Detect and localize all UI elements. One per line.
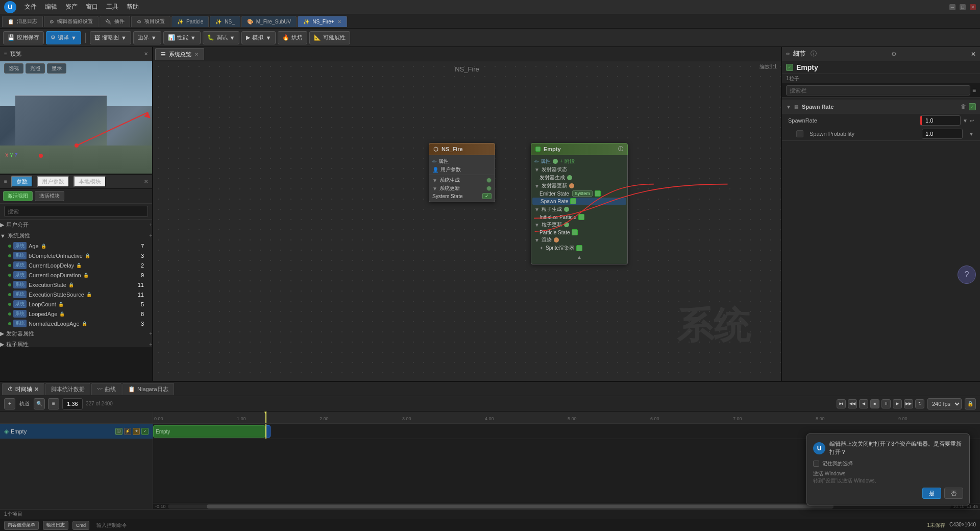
menu-edit[interactable]: 编辑 [45,3,57,11]
params-tab-user[interactable]: 用户参数 [37,176,69,187]
remember-choice-checkbox[interactable] [813,461,819,467]
lighting-button[interactable]: 光照 [26,63,45,74]
tab-m-fire-sub[interactable]: 🎨 M_Fire_SubUV [241,16,297,27]
render-header[interactable]: ▼ 渲染 [531,236,627,244]
params-search-input[interactable] [4,206,148,217]
particle-spawn-header[interactable]: ▼ 粒子生成 [531,205,627,213]
search-timeline-button[interactable]: 🔍 [34,398,45,409]
close-ns-fire-icon[interactable]: ✕ [337,19,341,25]
spawn-rate-section-header[interactable]: ▼ ▦ Spawn Rate 🗑 ✓ [782,100,980,114]
tab-project-settings[interactable]: ⚙ 项目设置 [131,16,170,27]
tab-niagara-log[interactable]: 📋 Niagara日志 [122,383,174,395]
minimize-button[interactable]: ─ [949,4,955,10]
particle-attrs-add-icon[interactable]: + [149,342,152,347]
particle-update-header[interactable]: ▼ 粒子更新 [531,221,627,229]
close-system-overview[interactable]: ✕ [194,52,199,57]
spawn-rate-reset-icon[interactable]: ↩ [970,118,974,124]
save-button[interactable]: 💾 应用保存 [3,31,44,44]
tab-timeline[interactable]: ⏱ 时间轴 ✕ [2,383,44,395]
spawn-probability-input[interactable]: 1.0 [922,129,963,139]
spawn-rate-enabled-checkbox[interactable]: ✓ [969,103,976,110]
track-flash-button[interactable]: ⚡ [124,428,131,435]
to-start-button[interactable]: ⏮ [837,399,846,408]
scalability-button[interactable]: 📐 可延展性 [309,31,350,44]
emitter-state-header[interactable]: ▼ 发射器状态 [531,165,627,174]
scrollbar-thumb[interactable] [207,504,834,509]
tab-curves[interactable]: 〰 曲线 [91,383,121,395]
system-attrs-section[interactable]: ▼ 系统属性 + [0,230,152,241]
spawn-rate-dropdown-icon[interactable]: ▼ [963,118,968,124]
sprite-renderer-row[interactable]: ✦ Sprite渲染器 [531,244,627,252]
add-phase-button[interactable]: + 附段 [560,158,575,165]
pause-button[interactable]: ⏸ [881,399,891,408]
close-timeline-icon[interactable]: ✕ [34,386,39,393]
emitter-spawn-port[interactable] [567,175,572,180]
ns-fire-system-state[interactable]: System State ✓ [429,192,495,200]
content-drawer-button[interactable]: 内容侧滑菜单 [4,521,39,530]
user-open-add-icon[interactable]: + [149,222,152,228]
ns-fire-sys-update[interactable]: ▼ 系统更新 [429,184,495,192]
system-attrs-add-icon[interactable]: + [149,233,152,238]
clip-green[interactable]: Empty [153,425,265,438]
ns-fire-attributes[interactable]: ✏ 属性 [429,157,495,165]
menu-help[interactable]: 帮助 [127,3,139,11]
prev-button[interactable]: ◀ [859,399,868,408]
activate-module-button[interactable]: 激活模块 [35,191,64,201]
debug-button[interactable]: 🐛 调试 ▼ [203,31,240,44]
prev-frame-button[interactable]: ◀◀ [848,399,857,408]
menu-asset[interactable]: 资产 [65,3,78,11]
right-panel-close-icon[interactable]: ✕ [971,51,976,58]
activate-view-button[interactable]: 激活视图 [3,191,33,201]
time-input[interactable] [62,398,83,409]
loop-button[interactable]: ↻ [915,399,924,408]
thumbnail-button[interactable]: 🖼 缩略图 ▼ [90,31,131,44]
track-row-empty[interactable]: ◈ Empty ⓘ ⚡ ★ ✓ [0,424,153,439]
spawn-rate-delete-icon[interactable]: 🗑 [961,103,967,110]
spawn-rate-input[interactable]: 1.0 [920,115,961,126]
tab-ns[interactable]: ✨ NS_ [210,16,240,27]
bake-button[interactable]: 🔥 烘焙 [278,31,307,44]
ns-fire-sys-spawn[interactable]: ▼ 系统生成 [429,176,495,184]
right-panel-settings-icon[interactable]: ⚙ [891,51,897,58]
ns-fire-user-params[interactable]: 👤 用户参数 [429,165,495,174]
output-log-button[interactable]: 输出日志 [43,521,68,530]
params-tab-params[interactable]: 参数 [11,176,33,187]
sys-spawn-port[interactable] [486,178,492,183]
spawn-prob-checkbox[interactable] [796,130,803,137]
help-button[interactable]: ? [958,266,976,284]
boundary-button[interactable]: 边界 ▼ [133,31,161,44]
tab-plugins[interactable]: 🔌 插件 [100,16,130,27]
empty-node-info-icon[interactable]: ⓘ [618,146,623,153]
empty-title-checkbox[interactable]: ✓ [786,64,793,71]
spawn-rate-row[interactable]: Spawn Rate [532,198,626,205]
display-button[interactable]: 显示 [47,63,66,74]
emitter-attrs-add-icon[interactable]: + [149,331,152,336]
particle-spawn-port[interactable] [564,207,569,212]
empty-node-expand[interactable]: ▲ [531,252,627,262]
maximize-button[interactable]: □ [960,4,966,10]
menu-tools[interactable]: 工具 [106,3,118,11]
tab-system-overview[interactable]: ☰ 系统总览 ✕ [155,48,204,60]
preview-close-button[interactable]: ✕ [144,51,148,57]
performance-button[interactable]: 📊 性能 ▼ [163,31,201,44]
particle-update-port[interactable] [564,222,569,227]
emitter-spawn-row[interactable]: 发射器生成 [531,174,627,182]
track-check-button[interactable]: ✓ [141,428,149,435]
menu-file[interactable]: 文件 [24,3,37,11]
params-tab-local[interactable]: 本地模块 [74,176,106,187]
emitter-update-header[interactable]: ▼ 发射器更新 [531,182,627,190]
particle-attrs-section[interactable]: ▶ 粒子属性 + [0,339,152,347]
track-star-button[interactable]: ★ [133,428,140,435]
play-button[interactable]: ▶ [893,399,902,408]
tab-particle[interactable]: ✨ Particle [172,16,209,27]
lock-button[interactable]: 🔒 [965,398,976,409]
spawn-prob-dropdown-icon[interactable]: ▼ [969,131,974,137]
particle-state-row[interactable]: Particle State [531,229,627,236]
cmd-button[interactable]: Cmd [72,521,89,530]
emitter-attrs-section[interactable]: ▶ 发射器属性 + [0,328,152,339]
cmd-input[interactable] [93,521,923,530]
render-port[interactable] [554,237,559,243]
params-panel-close[interactable]: ✕ [144,179,148,184]
preview-viewport[interactable]: X Y Z 选视 光照 显示 [0,61,152,174]
fps-selector[interactable]: 240 fps [927,398,962,409]
